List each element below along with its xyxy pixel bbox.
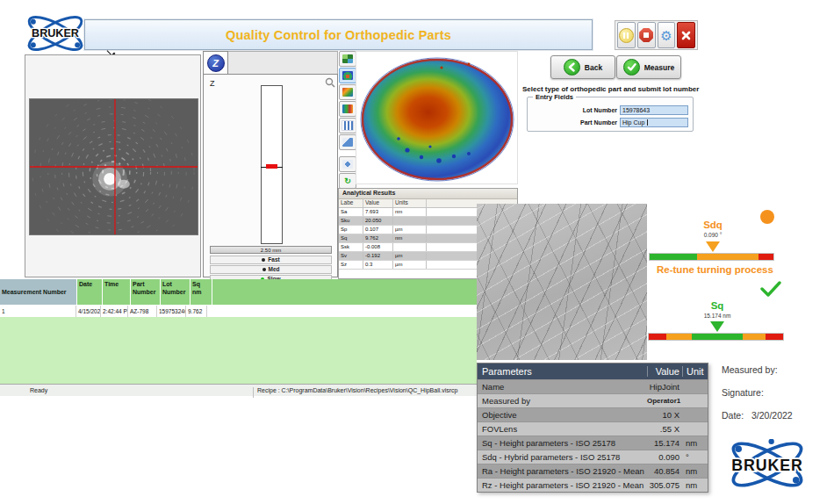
parameter-name: Measured by — [478, 396, 647, 406]
refresh-icon: ↻ — [342, 176, 353, 185]
tab-z[interactable]: Z — [203, 51, 228, 74]
lot-number-input[interactable]: 15978643 — [620, 105, 688, 115]
analytical-col-header: Labe — [339, 199, 363, 207]
red-zone — [649, 334, 666, 340]
status-recipe-path: Recipe : C:\ProgramData\Bruker\Vision\Re… — [257, 387, 458, 393]
parameter-unit: nm — [682, 438, 708, 448]
measurement-cell: 4/15/2022 — [76, 306, 101, 317]
refresh-icon-button[interactable]: ↻ — [339, 173, 356, 189]
sq-gauge-label: Sq — [691, 300, 744, 311]
measurement-cell: 1 — [0, 306, 76, 317]
part-number-input[interactable]: Hip Cup — [620, 118, 688, 127]
analytical-cell: Sq — [339, 234, 363, 242]
analytical-col-header: Value — [363, 199, 393, 207]
bruker-logo-footer: BRUKER — [723, 439, 811, 490]
sdq-pointer-icon — [706, 241, 720, 252]
pause-button[interactable] — [617, 22, 636, 48]
lot-number-row: Lot Number 15978643 — [531, 105, 688, 115]
analytical-cell: 0.107 — [363, 226, 393, 234]
parameter-name: Ra - Height parameters - ISO 21920 - Mea… — [478, 466, 647, 476]
parameter-name: Sq - Height parameters - ISO 25178 — [478, 438, 647, 448]
measure-button-label: Measure — [644, 63, 675, 72]
measure-button[interactable]: Measure — [616, 55, 681, 79]
speed-option-fast[interactable]: Fast — [210, 256, 332, 264]
title-bar: Quality Control for Orthopedic Parts — [84, 19, 593, 50]
parameter-value: HipJoint — [647, 382, 682, 392]
parameter-name: Sdq - Hybrid parameters - ISO 25178 — [478, 452, 647, 462]
part-number-label: Part Number — [531, 119, 617, 126]
sdq-gauge-bar — [649, 253, 774, 261]
page-title: Quality Control for Orthopedic Parts — [226, 28, 451, 42]
window-controls: ⚙ — [615, 20, 698, 50]
close-button[interactable] — [677, 22, 695, 48]
radio-dot-icon — [262, 258, 265, 262]
parameter-row: Objective10 X — [478, 407, 708, 421]
hardware-settings-icon-button[interactable] — [339, 156, 356, 172]
orange-zone — [697, 254, 759, 260]
parameter-name: Objective — [478, 410, 647, 420]
orange-zone — [743, 334, 766, 340]
analytical-cell: nm — [393, 234, 427, 242]
surface-data-icon-button[interactable] — [339, 51, 356, 67]
date-value: 3/20/2022 — [751, 410, 793, 421]
measurement-table-row[interactable]: 14/15/20222:42:44 PMAZ-79815975324689.76… — [0, 306, 477, 317]
measurement-col-header: Time — [103, 279, 131, 306]
parameter-row: Rz - Height parameters - ISO 21920 - Mea… — [478, 478, 708, 492]
back-button-label: Back — [585, 63, 602, 72]
3d-surface-view-icon-button[interactable] — [339, 68, 356, 83]
parameters-table: Parameters Value Unit NameHipJointMeasur… — [477, 363, 708, 493]
green-zone — [650, 254, 697, 260]
parameter-row: NameHipJoint — [478, 379, 708, 393]
parameter-value: .55 X — [647, 424, 682, 434]
analytical-cell: nm — [393, 208, 427, 216]
histogram-icon-button[interactable] — [339, 118, 356, 133]
multi-region-icon-button[interactable] — [339, 84, 356, 100]
parameter-unit: nm — [682, 466, 708, 476]
stop-button[interactable] — [637, 22, 656, 48]
analytical-cell: -0.192 — [363, 252, 393, 260]
measurement-col-header: Lot Number — [161, 279, 191, 306]
z-position-value: 2.50 mm — [210, 246, 332, 254]
magnifier-icon[interactable] — [325, 77, 335, 88]
analytical-cell: Sku — [339, 217, 363, 225]
analytical-cell: µm — [393, 252, 427, 260]
multi-region-icon — [342, 88, 353, 97]
entry-fields-legend: Entry Fields — [533, 93, 576, 101]
back-button[interactable]: Back — [550, 55, 615, 79]
analytical-cell: Sz — [339, 261, 363, 269]
analytical-cell: -0.008 — [363, 243, 393, 251]
parameter-value: 305.075 — [647, 480, 682, 490]
interferometry-fringe-image — [29, 98, 198, 235]
instruction-text: Select type of orthopedic part and submi… — [522, 85, 707, 93]
measurement-table-header: Measurement NumberDateTimePart NumberLot… — [0, 279, 477, 306]
z-slider-handle[interactable] — [266, 164, 277, 169]
parameter-unit: ° — [682, 452, 708, 462]
analytical-cell: Sp — [339, 226, 363, 234]
entry-fields-group: Lot Number 15978643 Part Number Hip Cup — [527, 97, 694, 132]
pause-icon — [619, 28, 634, 43]
signature-label: Signature: — [722, 387, 764, 398]
parameters-table-header: Parameters Value Unit — [478, 364, 708, 379]
stats-panel-icon — [342, 138, 353, 147]
settings-button[interactable]: ⚙ — [658, 22, 676, 48]
parameter-value: 15.174 — [647, 438, 682, 448]
measurement-col-header: Part Number — [131, 279, 161, 306]
parameter-unit: nm — [682, 480, 708, 490]
value-col-header: Value — [647, 366, 682, 377]
parameter-name: Name — [478, 382, 647, 392]
lot-number-label: Lot Number — [531, 107, 617, 113]
color-image-icon-button[interactable] — [339, 101, 356, 117]
speed-option-med[interactable]: Med — [210, 265, 332, 274]
measurement-cell: AZ-798 — [128, 306, 157, 317]
stats-panel-icon-button[interactable] — [339, 134, 356, 150]
surface-heatmap-panel — [356, 51, 518, 184]
parameter-row: Sq - Height parameters - ISO 2517815.174… — [478, 436, 708, 450]
speed-option-label: Fast — [268, 257, 279, 263]
green-zone — [692, 334, 743, 340]
analytical-cell: µm — [393, 226, 427, 234]
red-zone — [759, 254, 773, 260]
measurement-col-header: Date — [77, 279, 103, 306]
check-icon — [623, 59, 640, 76]
surface-texture-image — [477, 204, 647, 360]
red-zone — [766, 334, 783, 340]
